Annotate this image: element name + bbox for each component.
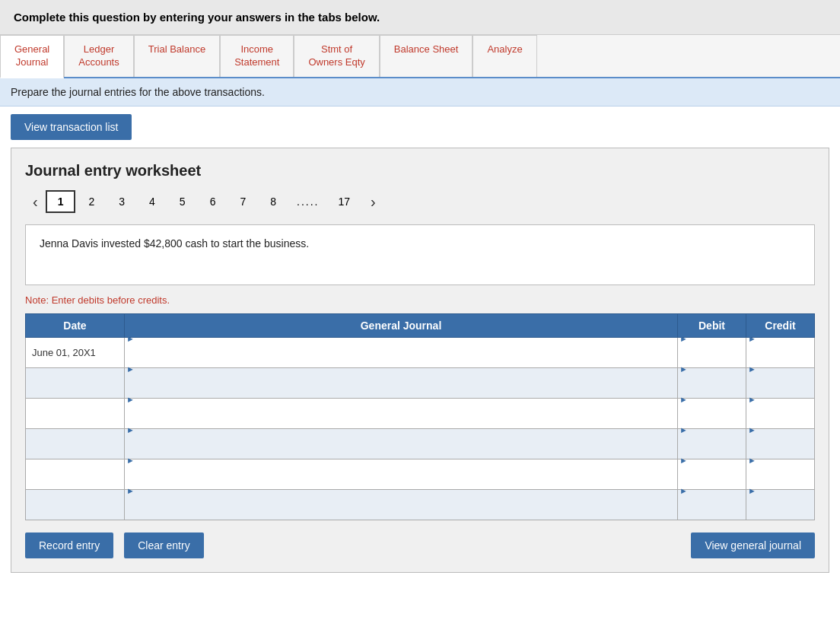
journal-input-3[interactable] xyxy=(125,405,677,434)
tab-trial-balance[interactable]: Trial Balance xyxy=(134,35,220,77)
tab-ledger-accounts-label: LedgerAccounts xyxy=(78,43,119,69)
tab-analyze-label: Analyze xyxy=(487,43,522,56)
record-entry-button[interactable]: Record entry xyxy=(25,532,113,558)
tab-balance-sheet-label: Balance Sheet xyxy=(394,43,459,56)
debit-input-4[interactable] xyxy=(678,435,746,465)
tab-stmt-owners[interactable]: Stmt ofOwners Eqty xyxy=(294,35,379,77)
bottom-buttons: Record entry Clear entry View general jo… xyxy=(25,532,815,558)
credit-input-1[interactable] xyxy=(746,344,814,374)
scenario-box: Jenna Davis invested $42,800 cash to sta… xyxy=(25,224,815,285)
date-cell-3 xyxy=(26,398,125,428)
tab-general-journal-label: GeneralJournal xyxy=(14,43,49,69)
credit-input-2[interactable] xyxy=(746,374,814,404)
tab-stmt-owners-label: Stmt ofOwners Eqty xyxy=(308,43,364,69)
credit-input-6[interactable] xyxy=(746,496,814,526)
journal-input-1[interactable] xyxy=(125,344,677,374)
page-8[interactable]: 8 xyxy=(259,191,288,212)
page-dots: ..... xyxy=(289,192,326,211)
journal-input-6[interactable] xyxy=(125,496,677,526)
credit-cell-1[interactable]: ► xyxy=(746,337,815,367)
col-header-debit: Debit xyxy=(678,313,746,337)
worksheet-title: Journal entry worksheet xyxy=(25,162,815,180)
debit-input-2[interactable] xyxy=(678,374,746,404)
info-bar: Prepare the journal entries for the abov… xyxy=(0,78,840,106)
tab-income-statement-label: IncomeStatement xyxy=(234,43,279,69)
page-5[interactable]: 5 xyxy=(168,191,197,212)
debit-input-1[interactable] xyxy=(678,344,746,374)
page-3[interactable]: 3 xyxy=(107,191,136,212)
tabs-row: GeneralJournal LedgerAccounts Trial Bala… xyxy=(0,35,840,78)
prev-page-button[interactable]: ‹ xyxy=(25,190,46,214)
credit-input-5[interactable] xyxy=(746,466,814,495)
page-2[interactable]: 2 xyxy=(77,191,106,212)
tab-income-statement[interactable]: IncomeStatement xyxy=(220,35,294,77)
view-transaction-button[interactable]: View transaction list xyxy=(11,114,132,140)
view-general-journal-button[interactable]: View general journal xyxy=(691,532,815,558)
next-page-button[interactable]: › xyxy=(363,190,383,214)
note-text: Note: Enter debits before credits. xyxy=(25,294,815,306)
date-cell-4 xyxy=(26,428,125,459)
debit-input-6[interactable] xyxy=(678,496,746,526)
debit-input-5[interactable] xyxy=(678,466,746,495)
credit-input-3[interactable] xyxy=(746,405,814,434)
page-1[interactable]: 1 xyxy=(46,190,76,213)
date-cell-2 xyxy=(26,367,125,398)
journal-input-5[interactable] xyxy=(125,466,677,495)
date-cell-1: June 01, 20X1 xyxy=(26,337,125,367)
page-7[interactable]: 7 xyxy=(228,191,257,212)
credit-input-4[interactable] xyxy=(746,435,814,465)
col-header-date: Date xyxy=(26,313,125,337)
tab-balance-sheet[interactable]: Balance Sheet xyxy=(380,35,473,77)
page-17[interactable]: 17 xyxy=(327,191,362,212)
view-btn-row: View transaction list xyxy=(0,106,840,148)
debit-input-3[interactable] xyxy=(678,405,746,434)
clear-entry-button[interactable]: Clear entry xyxy=(124,532,203,558)
debit-cell-1[interactable]: ► xyxy=(678,337,746,367)
worksheet-container: Journal entry worksheet ‹ 1 2 3 4 5 6 7 … xyxy=(11,148,829,573)
pagination: ‹ 1 2 3 4 5 6 7 8 ..... 17 › xyxy=(25,190,815,214)
instruction-text: Complete this question by entering your … xyxy=(14,11,380,24)
info-bar-text: Prepare the journal entries for the abov… xyxy=(11,86,265,98)
page-6[interactable]: 6 xyxy=(199,191,228,212)
journal-input-4[interactable] xyxy=(125,435,677,465)
col-header-general-journal: General Journal xyxy=(125,313,678,337)
tab-trial-balance-label: Trial Balance xyxy=(148,43,205,56)
tab-ledger-accounts[interactable]: LedgerAccounts xyxy=(64,35,133,77)
scenario-text: Jenna Davis invested $42,800 cash to sta… xyxy=(40,237,309,250)
journal-input-2[interactable] xyxy=(125,374,677,404)
journal-table: Date General Journal Debit Credit June 0… xyxy=(25,313,815,520)
table-row: June 01, 20X1 ► ► ► xyxy=(26,337,815,367)
instruction-bar: Complete this question by entering your … xyxy=(0,0,840,35)
page-4[interactable]: 4 xyxy=(138,191,167,212)
date-cell-6 xyxy=(26,489,125,520)
journal-cell-1[interactable]: ► xyxy=(125,337,678,367)
col-header-credit: Credit xyxy=(746,313,815,337)
tab-analyze[interactable]: Analyze xyxy=(473,35,536,77)
tab-general-journal[interactable]: GeneralJournal xyxy=(0,35,64,78)
date-cell-5 xyxy=(26,459,125,489)
